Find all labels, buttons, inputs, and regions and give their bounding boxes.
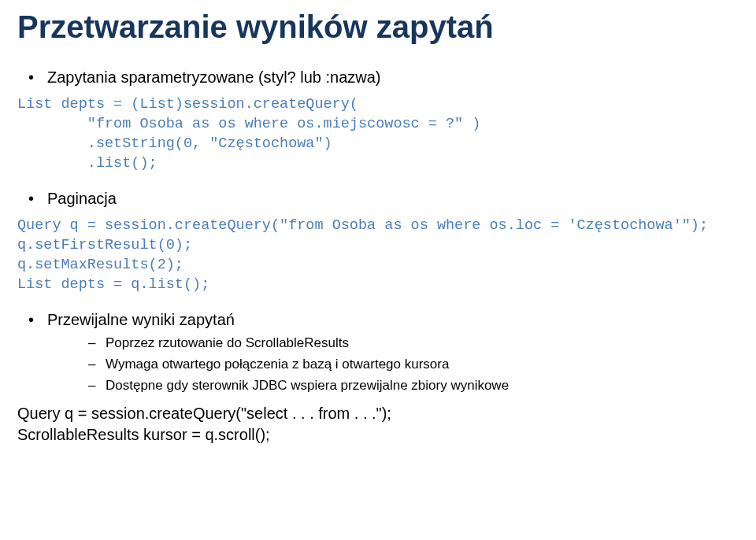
dash-item: Dostępne gdy sterownik JDBC wspiera prze… bbox=[77, 377, 739, 395]
dash-item: Poprzez rzutowanie do ScrollableResults bbox=[77, 335, 739, 353]
code-block-3: Query q = session.createQuery("select . … bbox=[17, 403, 739, 446]
page-title: Przetwarzanie wyników zapytań bbox=[17, 9, 739, 45]
bullet-scrollable-results-label: Przewijalne wyniki zapytań bbox=[47, 311, 235, 328]
bullet-pagination: Paginacja bbox=[17, 188, 739, 209]
code-block-2: Query q = session.createQuery("from Osob… bbox=[17, 216, 739, 295]
dash-item: Wymaga otwartego połączenia z bazą i otw… bbox=[77, 356, 739, 374]
code-block-1: List depts = (List)session.createQuery( … bbox=[17, 95, 739, 174]
bullet-scrollable-results: Przewijalne wyniki zapytań Poprzez rzuto… bbox=[17, 309, 739, 395]
bullet-parametrized-queries: Zapytania sparametryzowane (styl? lub :n… bbox=[17, 67, 739, 87]
